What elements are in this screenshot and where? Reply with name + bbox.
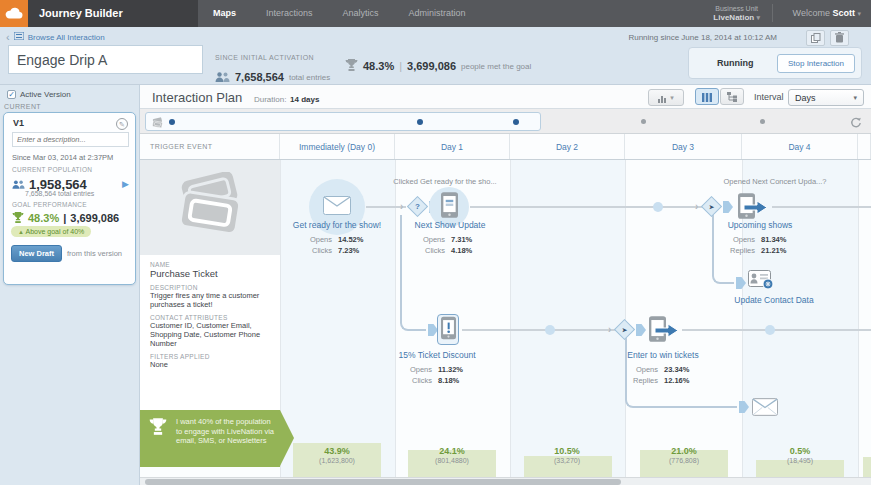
user-menu[interactable]: Welcome Scott ▾ [793, 8, 861, 18]
column-header-day3[interactable]: Day 3 [625, 134, 742, 159]
stat-label: Opens [396, 364, 432, 375]
stat-value: 23.34% [664, 364, 704, 375]
chevron-down-icon: ▾ [857, 10, 861, 17]
main-nav-tabs: Maps Interactions Analytics Administrati… [198, 0, 481, 27]
timeline-column-headers: TRIGGER EVENT Immediately (Day 0) Day 1 … [140, 134, 871, 160]
tickets-icon [166, 172, 254, 244]
stat-label: Opens [719, 234, 755, 245]
node-stats: Opens7.31% Clicks4.18% [395, 234, 505, 256]
trigger-desc-label: DESCRIPTION [150, 284, 270, 291]
chart-menu-button[interactable]: ▾ [648, 89, 684, 106]
timeline-minimap [140, 109, 871, 134]
chevron-left-icon: ‹ [6, 33, 10, 41]
duration-value: 14 days [290, 95, 319, 104]
active-version-toggle[interactable]: ✓ Active Version [7, 90, 71, 99]
stat-value: 12.16% [664, 375, 704, 386]
goal-pct: 48.3% [28, 212, 59, 224]
plan-header: Interaction Plan Duration: 14 days ▾ Int… [140, 85, 871, 109]
new-draft-button[interactable]: New Draft [11, 245, 62, 262]
duplicate-button[interactable] [806, 30, 825, 46]
email-endpoint-node[interactable] [752, 398, 778, 420]
stat-value: 21.21% [761, 245, 801, 256]
node-label[interactable]: Upcoming shows [690, 220, 830, 230]
forward-arrow-icon [744, 200, 767, 218]
play-icon[interactable]: ▶ [122, 179, 129, 189]
tab-analytics[interactable]: Analytics [328, 0, 394, 27]
waypoint-dot [653, 202, 663, 212]
interaction-toolbar: ‹ Browse All Interaction SINCE INITIAL A… [0, 27, 871, 85]
trigger-filters-label: FILTERS APPLIED [150, 353, 270, 360]
column-header-day2[interactable]: Day 2 [510, 134, 625, 159]
column-header-day4[interactable]: Day 4 [742, 134, 858, 159]
marketing-cloud-logo[interactable] [0, 0, 28, 27]
delete-button[interactable] [830, 30, 849, 46]
plan-title-row: Interaction Plan Duration: 14 days [152, 90, 319, 105]
node-label[interactable]: Enter to win tickets [593, 350, 733, 360]
chevron-down-icon: ▾ [756, 14, 760, 21]
horizontal-scrollbar[interactable] [140, 477, 871, 485]
minimap-viewport[interactable] [145, 112, 541, 131]
top-nav: Journey Builder Maps Interactions Analyt… [0, 0, 871, 27]
tab-administration[interactable]: Administration [394, 0, 481, 27]
node-stats: Opens11.32% Clicks8.18% [382, 364, 492, 386]
divider: | [63, 212, 66, 224]
connector-line [772, 206, 871, 208]
scrollbar-thumb[interactable] [145, 479, 621, 485]
browse-all-interactions-link[interactable]: ‹ Browse All Interaction [6, 32, 105, 42]
column-header-day1[interactable]: Day 1 [395, 134, 510, 159]
trigger-filters: None [150, 360, 270, 369]
column-header-day0[interactable]: Immediately (Day 0) [280, 134, 395, 159]
trigger-icon-area[interactable] [140, 160, 280, 255]
daily-pct: 21.0% [634, 446, 734, 456]
decision-diamond[interactable]: ? [407, 196, 428, 217]
tickets-mini-icon [150, 115, 165, 133]
phone-alert-icon [441, 316, 456, 344]
goal-banner[interactable]: I want 40% of the population to engage w… [140, 410, 280, 467]
goal-banner-text: I want 40% of the population to engage w… [176, 417, 276, 446]
checkbox-checked-icon: ✓ [7, 90, 16, 99]
view-toggle-columns[interactable] [695, 88, 719, 105]
view-toggle-hierarchy[interactable] [720, 88, 744, 105]
waypoint-dot [545, 325, 555, 335]
new-draft-suffix: from this version [67, 249, 122, 258]
node-label[interactable]: Next Show Update [380, 220, 520, 230]
forward-arrow-icon [655, 323, 678, 341]
flow-arrow-icon [636, 324, 646, 336]
arrowhead-icon: › [695, 201, 698, 213]
trophy-icon [345, 57, 358, 75]
edit-icon[interactable]: ✎ [116, 118, 128, 130]
tab-interactions[interactable]: Interactions [251, 0, 328, 27]
daily-stat: 0.5% (18,495) [750, 446, 850, 465]
business-unit-selector[interactable]: Business Unit LiveNation ▾ [713, 4, 773, 22]
connector-line [470, 206, 702, 208]
stop-interaction-button[interactable]: Stop Interaction [777, 54, 855, 73]
stat-value: 4.18% [451, 245, 491, 256]
ticket-discount-node[interactable] [437, 314, 459, 345]
back-link-label: Browse All Interaction [28, 33, 105, 42]
update-contact-node[interactable] [748, 270, 774, 293]
list-icon [14, 32, 24, 42]
refresh-icon[interactable] [850, 115, 862, 133]
daily-stat: 24.1% (801,4880) [402, 446, 502, 465]
daily-count: (1,623,800) [287, 456, 387, 465]
interval-select[interactable]: Days ▾ [788, 89, 864, 106]
version-description-input[interactable] [12, 132, 129, 147]
sms-node[interactable] [738, 193, 755, 223]
people-icon [12, 175, 25, 193]
daily-pct: 0.5% [750, 446, 850, 456]
bar-chart-icon [658, 89, 667, 107]
above-goal-badge: ▲ Above goal of 40% [11, 226, 91, 237]
interaction-canvas[interactable]: NAME Purchase Ticket DESCRIPTION Trigger… [140, 160, 871, 477]
email-icon [752, 402, 778, 419]
minimap-node-dot [760, 119, 765, 124]
since-activation-label: SINCE INITIAL ACTIVATION [215, 54, 314, 61]
interaction-name-input[interactable] [8, 45, 203, 74]
version-card[interactable]: V1 ✎ Since Mar 03, 2014 at 2:37PM CURREN… [3, 112, 136, 285]
tab-maps[interactable]: Maps [198, 0, 251, 27]
sms-node[interactable] [649, 316, 666, 346]
trigger-attrs: Customer ID, Customer Email, Shopping Da… [150, 321, 270, 348]
branch-connector [400, 215, 426, 331]
node-label[interactable]: Update Contact Data [704, 295, 844, 305]
node-label[interactable]: 15% Ticket Discount [367, 350, 507, 360]
decision-diamond[interactable]: ➤ [701, 196, 722, 217]
